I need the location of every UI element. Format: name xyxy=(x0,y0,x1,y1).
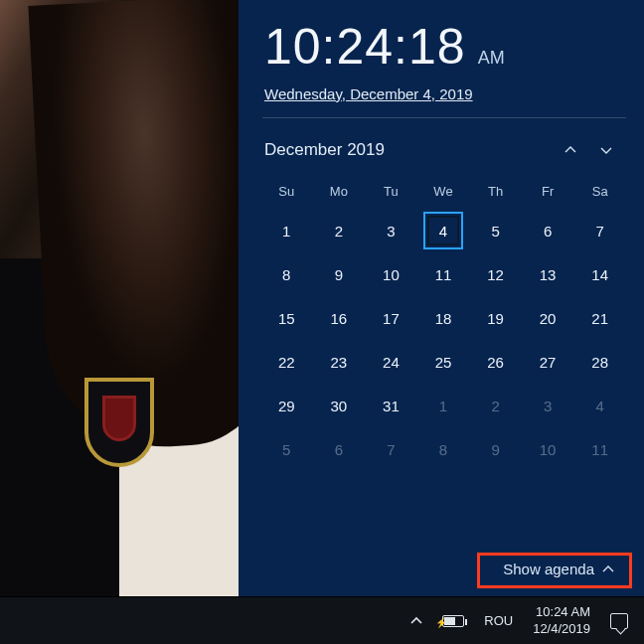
clock-section: 10:24:18 AM Wednesday, December 4, 2019 xyxy=(239,0,644,117)
calendar-day[interactable]: 9 xyxy=(313,252,366,296)
calendar-day[interactable]: 2 xyxy=(313,209,366,252)
calendar-day[interactable]: 21 xyxy=(573,296,626,340)
dow-label: Mo xyxy=(313,176,366,209)
desktop-wallpaper xyxy=(0,0,239,596)
calendar-day[interactable]: 6 xyxy=(522,209,574,252)
ime-indicator[interactable]: ROU xyxy=(476,597,521,644)
calendar-flyout: 10:24:18 AM Wednesday, December 4, 2019 … xyxy=(239,0,644,596)
chevron-up-icon xyxy=(602,564,614,575)
calendar-day[interactable]: 30 xyxy=(313,384,366,427)
show-agenda-label: Show agenda xyxy=(503,561,594,577)
calendar-day[interactable]: 25 xyxy=(417,340,470,384)
calendar-day[interactable]: 28 xyxy=(573,340,626,384)
calendar-grid: SuMoTuWeThFrSa 1234567891011121314151617… xyxy=(239,172,644,471)
dow-label: Fr xyxy=(522,176,574,209)
month-label[interactable]: December 2019 xyxy=(264,140,385,160)
prev-month-button[interactable] xyxy=(553,134,588,166)
calendar-day[interactable]: 20 xyxy=(522,296,574,340)
dow-label: We xyxy=(417,176,470,209)
month-header: December 2019 xyxy=(239,118,644,172)
calendar-day[interactable]: 3 xyxy=(365,209,417,252)
chevron-up-icon xyxy=(564,144,576,156)
calendar-day[interactable]: 9 xyxy=(469,427,522,471)
battery-icon: ⚡ xyxy=(442,615,464,627)
calendar-day[interactable]: 11 xyxy=(573,427,626,471)
next-month-button[interactable] xyxy=(588,134,624,166)
calendar-day[interactable]: 16 xyxy=(313,296,366,340)
calendar-day[interactable]: 4 xyxy=(417,209,470,252)
dow-label: Sa xyxy=(573,176,626,209)
dow-label: Th xyxy=(469,176,522,209)
calendar-day[interactable]: 10 xyxy=(365,252,417,296)
calendar-day[interactable]: 19 xyxy=(469,296,522,340)
clock-ampm: AM xyxy=(478,48,505,69)
taskbar-clock-time: 10:24 AM xyxy=(533,604,590,620)
dow-label: Su xyxy=(260,176,313,209)
calendar-day[interactable]: 5 xyxy=(260,427,313,471)
taskbar-clock[interactable]: 10:24 AM 12/4/2019 xyxy=(525,597,598,644)
calendar-day[interactable]: 1 xyxy=(417,384,470,427)
calendar-day[interactable]: 17 xyxy=(365,296,417,340)
calendar-day[interactable]: 22 xyxy=(260,340,313,384)
calendar-day[interactable]: 10 xyxy=(522,427,574,471)
calendar-day[interactable]: 7 xyxy=(573,209,626,252)
clock-time: 10:24:18 xyxy=(264,18,466,76)
calendar-day[interactable]: 5 xyxy=(469,209,522,252)
action-center-button[interactable] xyxy=(602,597,636,644)
calendar-day[interactable]: 13 xyxy=(522,252,574,296)
tray-overflow-button[interactable] xyxy=(402,597,430,644)
calendar-day[interactable]: 2 xyxy=(469,384,522,427)
calendar-day[interactable]: 6 xyxy=(313,427,366,471)
calendar-day[interactable]: 11 xyxy=(417,252,470,296)
calendar-day[interactable]: 26 xyxy=(469,340,522,384)
clock-date-link[interactable]: Wednesday, December 4, 2019 xyxy=(264,85,473,102)
calendar-day[interactable]: 8 xyxy=(417,427,470,471)
chevron-down-icon xyxy=(600,144,612,156)
calendar-day[interactable]: 4 xyxy=(573,384,626,427)
calendar-day[interactable]: 29 xyxy=(260,384,313,427)
notification-icon xyxy=(610,613,628,629)
calendar-day[interactable]: 18 xyxy=(417,296,470,340)
taskbar-clock-date: 12/4/2019 xyxy=(533,621,590,637)
chevron-up-icon xyxy=(410,615,422,627)
calendar-day[interactable]: 12 xyxy=(469,252,522,296)
calendar-day[interactable]: 14 xyxy=(573,252,626,296)
calendar-day[interactable]: 24 xyxy=(365,340,417,384)
taskbar: ⚡ ROU 10:24 AM 12/4/2019 xyxy=(0,596,644,644)
calendar-day[interactable]: 15 xyxy=(260,296,313,340)
calendar-day[interactable]: 7 xyxy=(365,427,417,471)
dow-label: Tu xyxy=(365,176,417,209)
calendar-day[interactable]: 1 xyxy=(260,209,313,252)
calendar-day[interactable]: 27 xyxy=(522,340,574,384)
calendar-day[interactable]: 3 xyxy=(522,384,574,427)
calendar-day[interactable]: 8 xyxy=(260,252,313,296)
calendar-day[interactable]: 31 xyxy=(365,384,417,427)
battery-tray-icon[interactable]: ⚡ xyxy=(434,597,472,644)
show-agenda-button[interactable]: Show agenda xyxy=(493,556,624,582)
calendar-day[interactable]: 23 xyxy=(313,340,366,384)
